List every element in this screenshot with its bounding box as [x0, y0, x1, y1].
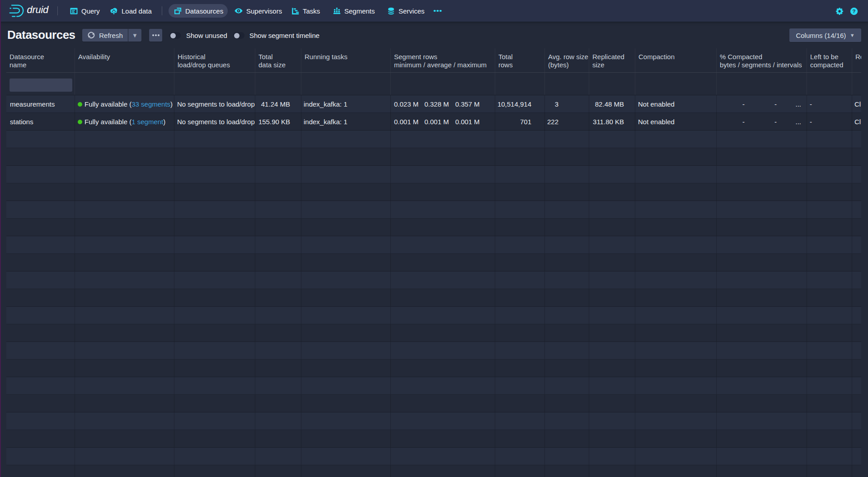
svg-text:?: ? [853, 9, 856, 14]
